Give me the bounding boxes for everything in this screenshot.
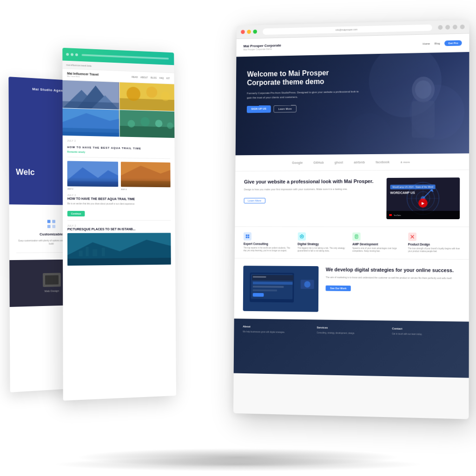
nav-link-about[interactable]: ABOUT: [140, 76, 148, 78]
titlebar-icon-3: [453, 25, 457, 29]
svg-rect-33: [79, 251, 83, 256]
logo-ghost: ghost: [335, 161, 343, 164]
features-section: Give your website a professional look wi…: [235, 170, 469, 227]
blog-big-thumb: [67, 233, 171, 266]
svg-point-58: [301, 236, 302, 237]
features-right: WordCamp US 2014 - State of the Word WOR…: [386, 177, 460, 219]
card-left-section-title: Customizable: [40, 232, 63, 236]
hero-secondary-button[interactable]: Learn More: [273, 105, 297, 112]
hero-cell-1: [62, 80, 119, 109]
footer-col-title-2: Services: [317, 326, 383, 330]
site-tagline: Mai Prosper Corporate Demo: [244, 47, 281, 51]
digital-section: We develop digital strategies for your o…: [234, 258, 469, 321]
card-right-footer: About We help businesses grow with digit…: [234, 319, 469, 378]
consulting-icon: [244, 232, 251, 241]
blog-divider-2: [67, 220, 171, 221]
service-item-design: Product Design The true strength of your…: [408, 233, 460, 254]
titlebar-icon-2: [445, 25, 450, 29]
logo-more: & more: [401, 161, 410, 163]
blog-author-1: Romantic wisely: [67, 150, 171, 155]
svg-rect-34: [86, 247, 89, 256]
bottom-shadow: [52, 457, 424, 471]
titlebar-icon-1: [438, 25, 443, 30]
svg-rect-73: [253, 293, 264, 296]
svg-rect-61: [356, 236, 357, 237]
card-left-dark-title: Web Design: [44, 289, 59, 293]
blog-post-2: JULY 4: [121, 162, 171, 191]
features-link-button[interactable]: Learn More: [244, 198, 265, 203]
svg-rect-56: [248, 236, 249, 238]
blog-article-title-2: PICTURESQUE PLACES TO SET IN ISTANB...: [67, 227, 171, 231]
nav-link-read[interactable]: READ: [132, 76, 138, 78]
blog-divider: [67, 157, 171, 159]
blog-article-title: HOW TO HAVE THE BEST AQUA TRAIL TIME: [67, 196, 171, 201]
service-desc-strategy: The biggest risk is not taking a risk. T…: [298, 247, 348, 253]
logo-facebook: facebook: [376, 161, 390, 164]
hero-cell-2: [119, 82, 174, 111]
svg-rect-69: [253, 276, 266, 277]
video-title: WORDCAMP US: [390, 191, 456, 195]
topbar-url-bar: [82, 54, 169, 59]
nav-link-kit[interactable]: KIT: [166, 77, 170, 80]
titlebar-minimize[interactable]: [247, 30, 251, 34]
youtube-dot: [389, 214, 392, 216]
service-item-consulting: Expert Consulting The top experts in the…: [244, 232, 293, 253]
url-text: mai.influencer.travel.beta: [66, 63, 91, 67]
hero-primary-button[interactable]: SIGN UP US: [247, 105, 271, 113]
design-icon: [408, 233, 416, 241]
blog-post-1: JULY 2: [67, 161, 119, 191]
blog-section-header: HOW TO HAVE THE BEST AQUA TRAIL TIME: [67, 146, 171, 150]
svg-rect-36: [102, 248, 105, 256]
nav-cta-button[interactable]: Get Pro: [444, 40, 462, 46]
topbar-dot-1: [66, 53, 69, 56]
service-title-strategy: Digital Strategy: [298, 242, 348, 246]
footer-col-title-3: Contact: [392, 327, 459, 331]
titlebar-close[interactable]: [241, 30, 245, 34]
svg-rect-68: [252, 274, 293, 280]
footer-col-2: Services Consulting, strategy, developme…: [317, 326, 383, 336]
blog-cta-button[interactable]: Continue: [67, 211, 85, 216]
nav-link-faq[interactable]: FAQ: [159, 77, 164, 79]
footer-content: About We help businesses grow with digit…: [243, 325, 459, 337]
footer-col-text-1: We help businesses grow with digital str…: [243, 330, 308, 334]
service-desc-amp: Speed is one of your main advantages ove…: [352, 247, 403, 253]
card-middle-hero: [62, 80, 174, 138]
video-play-button[interactable]: ▶: [418, 198, 428, 208]
logos-bar: Google GitHub ghost airbnb facebook & mo…: [235, 153, 469, 171]
customize-icon: [46, 218, 56, 229]
nav-link-home[interactable]: Home: [423, 42, 430, 45]
nav-link-blog[interactable]: BLOG: [151, 76, 157, 79]
hero-title: Welcome to Mai Prosper Corporate theme d…: [247, 68, 362, 87]
service-title-design: Product Design: [408, 243, 460, 246]
amp-icon: [352, 233, 361, 241]
titlebar-url-bar[interactable]: info@maiprosper.com: [263, 24, 432, 34]
logo-google: Google: [292, 161, 303, 164]
nav-link-blog[interactable]: Blog: [435, 42, 440, 45]
footer-col-3: Contact Get in touch with our team today…: [392, 327, 459, 337]
middle-nav-logo: Mai Influencer Travel Mai Travel Beta: [67, 72, 99, 78]
digital-desc: The aim of marketing is to know and unde…: [326, 275, 460, 280]
titlebar-maximize[interactable]: [253, 30, 257, 34]
svg-rect-53: [246, 235, 247, 236]
video-overlay-text: WordCamp US 2014 - State of the Word WOR…: [390, 181, 456, 195]
svg-rect-1: [52, 220, 55, 223]
hero-cell-3: [63, 108, 119, 137]
footer-col-text-2: Consulting, strategy, development, desig…: [317, 332, 383, 336]
thumb-caption-1: JULY 2: [67, 188, 119, 190]
logo-airbnb: airbnb: [354, 160, 365, 164]
svg-rect-29: [121, 181, 171, 187]
footer-col-text-3: Get in touch with our team today.: [392, 333, 459, 337]
digital-link-button[interactable]: See Our Work: [325, 286, 351, 291]
digital-video-thumb[interactable]: [243, 266, 319, 312]
hero-subtitle: Formerly Corporate Pro from StudioPress.…: [247, 90, 362, 100]
video-thumb[interactable]: WordCamp US 2014 - State of the Word WOR…: [386, 177, 460, 219]
svg-rect-70: [253, 281, 293, 285]
card-middle-content: JULY 2 HOW TO HAVE THE BEST AQUA TRAIL T…: [63, 136, 176, 273]
svg-rect-72: [253, 289, 277, 291]
footer-col-1: About We help businesses grow with digit…: [243, 325, 308, 334]
card-right: info@maiprosper.com Mai Prosper Corporat…: [233, 20, 469, 419]
svg-rect-32: [67, 258, 171, 266]
middle-nav-links: READ ABOUT BLOG FAQ KIT: [132, 76, 170, 80]
svg-point-75: [304, 281, 311, 287]
card-middle: mai.influencer.travel.beta Mai Influence…: [62, 48, 176, 401]
